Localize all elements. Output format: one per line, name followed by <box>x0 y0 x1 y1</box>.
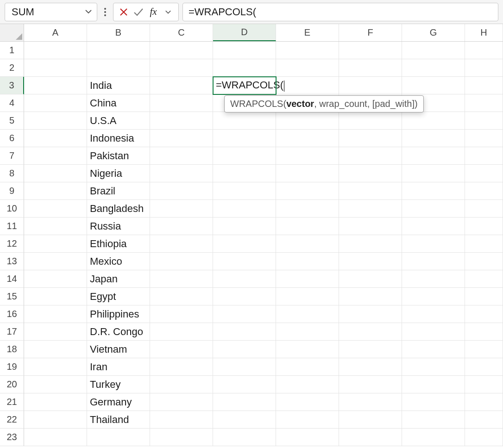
row-header-22[interactable]: 22 <box>0 411 24 429</box>
cell[interactable] <box>150 411 213 429</box>
cell[interactable] <box>465 376 503 393</box>
cell[interactable] <box>276 147 339 165</box>
row-header-3[interactable]: 3 <box>0 77 24 94</box>
cell[interactable]: India <box>87 77 150 94</box>
cell[interactable] <box>213 42 276 59</box>
cell[interactable] <box>213 341 276 358</box>
row-header-5[interactable]: 5 <box>0 112 24 130</box>
cell[interactable] <box>276 288 339 305</box>
col-header-F[interactable]: F <box>339 24 402 41</box>
cell[interactable] <box>24 305 87 323</box>
cell[interactable] <box>150 200 213 218</box>
cell[interactable] <box>24 429 87 446</box>
cell[interactable] <box>24 235 87 253</box>
cell[interactable] <box>150 393 213 411</box>
row-header-15[interactable]: 15 <box>0 288 24 305</box>
fx-icon[interactable]: fx <box>147 6 160 19</box>
editing-cell[interactable]: =WRAPCOLS( <box>213 77 276 94</box>
cell[interactable] <box>276 59 339 77</box>
cancel-icon[interactable] <box>117 6 130 19</box>
cell[interactable] <box>24 323 87 341</box>
row-header-7[interactable]: 7 <box>0 147 24 165</box>
chevron-down-icon[interactable] <box>85 6 92 18</box>
chevron-down-icon[interactable] <box>162 6 175 19</box>
cell[interactable] <box>87 429 150 446</box>
cell[interactable] <box>465 165 503 182</box>
cell[interactable] <box>276 323 339 341</box>
cell[interactable]: Bangladesh <box>87 200 150 218</box>
cell[interactable] <box>339 341 402 358</box>
cell[interactable] <box>213 288 276 305</box>
cell[interactable] <box>276 429 339 446</box>
row-header-14[interactable]: 14 <box>0 270 24 288</box>
cell[interactable] <box>339 270 402 288</box>
col-header-A[interactable]: A <box>24 24 87 41</box>
cell[interactable] <box>402 147 465 165</box>
cell[interactable] <box>402 77 465 94</box>
cell[interactable] <box>465 200 503 218</box>
cell[interactable]: Indonesia <box>87 130 150 147</box>
cell[interactable] <box>150 429 213 446</box>
cell[interactable]: Philippines <box>87 305 150 323</box>
cell[interactable] <box>402 288 465 305</box>
cell[interactable] <box>87 59 150 77</box>
row-header-6[interactable]: 6 <box>0 130 24 147</box>
cell[interactable] <box>150 358 213 376</box>
cell[interactable]: China <box>87 94 150 112</box>
cell[interactable] <box>465 288 503 305</box>
row-header-23[interactable]: 23 <box>0 429 24 446</box>
cell[interactable] <box>213 393 276 411</box>
col-header-D[interactable]: D <box>213 24 276 41</box>
cell[interactable]: Thailand <box>87 411 150 429</box>
cell[interactable] <box>24 411 87 429</box>
cell[interactable] <box>276 305 339 323</box>
cell[interactable]: Egypt <box>87 288 150 305</box>
row-header-1[interactable]: 1 <box>0 42 24 59</box>
cell[interactable] <box>150 235 213 253</box>
cell[interactable]: Turkey <box>87 376 150 393</box>
cell[interactable]: Iran <box>87 358 150 376</box>
cell[interactable] <box>465 130 503 147</box>
cell[interactable] <box>402 182 465 200</box>
cell[interactable] <box>213 305 276 323</box>
cell[interactable] <box>402 429 465 446</box>
cell[interactable] <box>465 182 503 200</box>
cell[interactable] <box>150 94 213 112</box>
cell[interactable]: D.R. Congo <box>87 323 150 341</box>
cell[interactable]: Nigeria <box>87 165 150 182</box>
cell[interactable] <box>339 429 402 446</box>
cell[interactable] <box>339 376 402 393</box>
cell[interactable]: Japan <box>87 270 150 288</box>
cell[interactable] <box>276 200 339 218</box>
cell[interactable] <box>24 376 87 393</box>
cell[interactable] <box>276 253 339 270</box>
cell[interactable] <box>24 94 87 112</box>
cell[interactable] <box>213 59 276 77</box>
cell[interactable] <box>339 130 402 147</box>
row-header-13[interactable]: 13 <box>0 253 24 270</box>
cell[interactable] <box>213 182 276 200</box>
cell[interactable] <box>87 42 150 59</box>
cells-area[interactable]: WRAPCOLS(vector, wrap_count, [pad_with]) <box>24 42 503 446</box>
cell[interactable] <box>150 112 213 130</box>
cell[interactable] <box>24 165 87 182</box>
row-header-10[interactable]: 10 <box>0 200 24 218</box>
cell[interactable] <box>24 341 87 358</box>
function-tooltip[interactable]: WRAPCOLS(vector, wrap_count, [pad_with]) <box>224 95 424 112</box>
cell[interactable] <box>276 42 339 59</box>
confirm-icon[interactable] <box>132 6 145 19</box>
cell[interactable] <box>339 358 402 376</box>
cell[interactable] <box>339 218 402 235</box>
cell[interactable] <box>402 59 465 77</box>
name-box[interactable]: SUM <box>5 3 97 21</box>
cell[interactable] <box>339 323 402 341</box>
cell[interactable] <box>24 253 87 270</box>
cell[interactable] <box>402 323 465 341</box>
cell[interactable] <box>213 165 276 182</box>
cell[interactable] <box>465 235 503 253</box>
cell[interactable] <box>465 147 503 165</box>
cell[interactable] <box>465 253 503 270</box>
col-header-H[interactable]: H <box>465 24 503 41</box>
cell[interactable] <box>150 42 213 59</box>
cell[interactable] <box>213 200 276 218</box>
